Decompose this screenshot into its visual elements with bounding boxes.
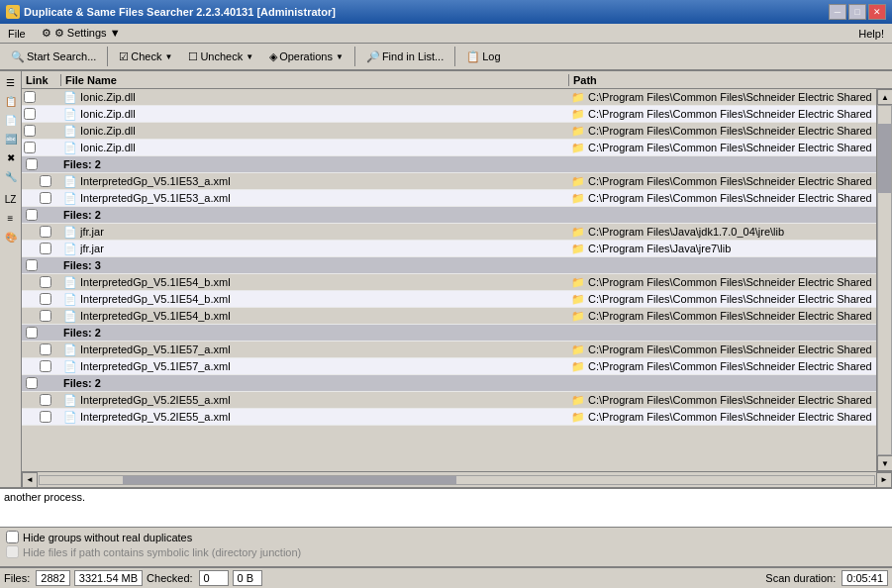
scroll-up-button[interactable]: ▲ [877, 89, 892, 105]
check-button[interactable]: ☑ Check ▼ [112, 46, 179, 67]
file-checkbox[interactable] [40, 293, 51, 305]
table-row[interactable]: Files: 2 [22, 156, 876, 173]
file-checkbox[interactable] [40, 192, 51, 204]
file-checkbox[interactable] [40, 360, 51, 372]
file-checkbox[interactable] [24, 142, 36, 153]
file-checkbox[interactable] [40, 343, 51, 355]
table-row[interactable]: 📄 InterpretedGp_V5.1IE54_b.xml 📁 C:\Prog… [22, 274, 876, 291]
group-label: Files: 2 [63, 327, 876, 339]
folder-icon: 📁 [571, 142, 585, 154]
file-checkbox[interactable] [40, 411, 51, 423]
menu-settings[interactable]: ⚙ ⚙ Settings ▼ [38, 26, 125, 41]
file-checkbox[interactable] [24, 91, 36, 103]
file-checkbox[interactable] [40, 310, 51, 322]
sidebar-btn-8[interactable]: ≡ [2, 209, 20, 227]
files-count: 2882 [36, 570, 69, 586]
table-row[interactable]: 📄 InterpretedGp_V5.1IE57_a.xml 📁 C:\Prog… [22, 358, 876, 375]
table-row[interactable]: 📄 Ionic.Zip.dll 📁 C:\Program Files\Commo… [22, 89, 876, 106]
vertical-scrollbar[interactable]: ▲ ▼ [876, 89, 892, 471]
file-checkbox[interactable] [40, 226, 51, 238]
col-filename-header[interactable]: File Name [61, 74, 569, 86]
log-button[interactable]: 📋 Log [459, 46, 507, 67]
table-row[interactable]: 📄 Ionic.Zip.dll 📁 C:\Program Files\Commo… [22, 123, 876, 140]
maximize-button[interactable]: □ [848, 4, 866, 20]
folder-icon: 📁 [571, 91, 585, 104]
file-name: InterpretedGp_V5.1IE53_a.xml [80, 175, 231, 187]
menu-file[interactable]: File [4, 27, 30, 41]
folder-icon: 📁 [571, 125, 585, 138]
table-row[interactable]: 📄 InterpretedGp_V5.1IE54_b.xml 📁 C:\Prog… [22, 308, 876, 325]
hide-symbolic-option: Hide files if path contains symbolic lin… [6, 545, 886, 558]
column-headers: Link File Name Path [22, 71, 892, 89]
table-row[interactable]: Files: 2 [22, 375, 876, 392]
file-rows: 📄 Ionic.Zip.dll 📁 C:\Program Files\Commo… [22, 89, 876, 471]
scroll-right-button[interactable]: ► [876, 472, 892, 488]
table-row[interactable]: 📄 InterpretedGp_V5.1IE53_a.xml 📁 C:\Prog… [22, 190, 876, 207]
sidebar-btn-3[interactable]: 📄 [2, 111, 20, 129]
hide-no-duplicates-label: Hide groups without real duplicates [23, 532, 192, 543]
table-row[interactable]: 📄 jfr.jar 📁 C:\Program Files\Java\jdk1.7… [22, 224, 876, 241]
table-row[interactable]: 📄 InterpretedGp_V5.2IE55_a.xml 📁 C:\Prog… [22, 392, 876, 409]
hide-no-duplicates-option[interactable]: Hide groups without real duplicates [6, 531, 886, 543]
hide-symbolic-label: Hide files if path contains symbolic lin… [23, 546, 301, 558]
file-checkbox[interactable] [24, 125, 36, 137]
operations-button[interactable]: ◈ Operations ▼ [262, 46, 350, 67]
scroll-down-button[interactable]: ▼ [877, 455, 892, 471]
file-type-icon: 📄 [63, 142, 77, 154]
scroll-thumb[interactable] [878, 124, 891, 193]
uncheck-icon: ☐ [188, 50, 198, 63]
file-name: InterpretedGp_V5.2IE55_a.xml [80, 394, 231, 406]
folder-icon: 📁 [571, 276, 585, 289]
group-checkbox[interactable] [26, 259, 38, 271]
uncheck-button[interactable]: ☐ Uncheck ▼ [181, 46, 260, 67]
scroll-track[interactable] [877, 105, 892, 455]
file-checkbox[interactable] [40, 243, 51, 254]
h-scroll-thumb[interactable] [123, 476, 456, 484]
close-button[interactable]: ✕ [868, 4, 886, 20]
sidebar-btn-7[interactable]: LZ [2, 190, 20, 208]
file-checkbox[interactable] [40, 175, 51, 187]
table-row[interactable]: 📄 InterpretedGp_V5.1IE53_a.xml 📁 C:\Prog… [22, 173, 876, 190]
table-row[interactable]: 📄 Ionic.Zip.dll 📁 C:\Program Files\Commo… [22, 140, 876, 156]
h-scroll-track[interactable] [39, 475, 875, 485]
group-checkbox[interactable] [26, 327, 38, 339]
table-row[interactable]: 📄 jfr.jar 📁 C:\Program Files\Java\jre7\l… [22, 241, 876, 257]
table-row[interactable]: 📄 InterpretedGp_V5.2IE55_a.xml 📁 C:\Prog… [22, 409, 876, 426]
group-checkbox[interactable] [26, 377, 38, 389]
scroll-left-button[interactable]: ◄ [22, 472, 38, 488]
table-row[interactable]: 📄 InterpretedGp_V5.1IE57_a.xml 📁 C:\Prog… [22, 342, 876, 358]
operations-arrow-icon: ▼ [336, 52, 344, 61]
col-path-header[interactable]: Path [569, 74, 876, 86]
log-text: another process. [4, 491, 85, 503]
table-row[interactable]: 📄 InterpretedGp_V5.1IE54_b.xml 📁 C:\Prog… [22, 291, 876, 308]
file-type-icon: 📄 [63, 276, 77, 289]
menu-bar: File ⚙ ⚙ Settings ▼ Help! [0, 24, 892, 44]
col-link-header[interactable]: Link [22, 74, 61, 86]
menu-help[interactable]: Help! [854, 27, 888, 41]
horizontal-scrollbar[interactable]: ◄ ► [22, 471, 892, 487]
hide-no-duplicates-checkbox[interactable] [6, 531, 19, 543]
sidebar-btn-9[interactable]: 🎨 [2, 228, 20, 245]
operations-icon: ◈ [269, 50, 277, 63]
sidebar-btn-2[interactable]: 📋 [2, 92, 20, 110]
sidebar-btn-6[interactable]: 🔧 [2, 167, 20, 185]
file-checkbox[interactable] [24, 108, 36, 120]
file-checkbox[interactable] [40, 276, 51, 288]
sidebar-btn-5[interactable]: ✖ [2, 148, 20, 166]
minimize-button[interactable]: ─ [829, 4, 846, 20]
table-row[interactable]: Files: 3 [22, 257, 876, 274]
table-row[interactable]: Files: 2 [22, 325, 876, 342]
table-row[interactable]: Files: 2 [22, 207, 876, 224]
sidebar-btn-1[interactable]: ☰ [2, 73, 20, 91]
table-row[interactable]: 📄 Ionic.Zip.dll 📁 C:\Program Files\Commo… [22, 106, 876, 123]
path-text: C:\Program Files\Common Files\Schneider … [588, 108, 872, 120]
log-area: another process. [0, 487, 892, 527]
group-checkbox[interactable] [26, 158, 38, 170]
checked-count: 0 [199, 570, 229, 586]
sidebar-btn-4[interactable]: 🔤 [2, 130, 20, 147]
start-search-button[interactable]: 🔍 Start Search... [4, 46, 103, 67]
group-checkbox[interactable] [26, 209, 38, 221]
find-in-list-button[interactable]: 🔎 Find in List... [359, 46, 450, 67]
file-checkbox[interactable] [40, 394, 51, 406]
options-bar: Hide groups without real duplicates Hide… [0, 527, 892, 566]
